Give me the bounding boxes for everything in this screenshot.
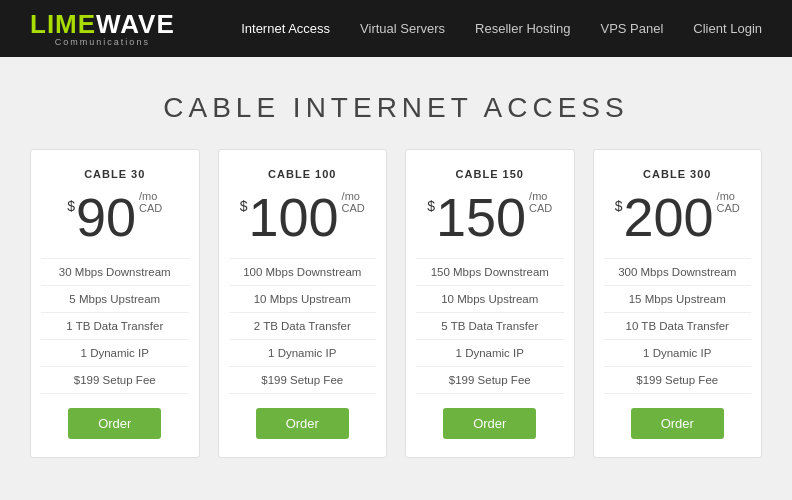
- feature-4-1: 15 Mbps Upstream: [604, 286, 752, 313]
- price-mo-2: /mo: [342, 190, 365, 202]
- feature-3-3: 1 Dynamic IP: [416, 340, 564, 367]
- feature-2-3: 1 Dynamic IP: [229, 340, 377, 367]
- price-cad-4: CAD: [717, 202, 740, 214]
- feature-4-4: $199 Setup Fee: [604, 367, 752, 394]
- features-4: 300 Mbps Downstream 15 Mbps Upstream 10 …: [604, 258, 752, 394]
- logo-wave: WAVE: [96, 9, 175, 39]
- price-mo-3: /mo: [529, 190, 552, 202]
- plan-card-4: CABLE 300 $ 200 /mo CAD 300 Mbps Downstr…: [593, 149, 763, 458]
- price-cad-3: CAD: [529, 202, 552, 214]
- plans-grid: CABLE 30 $ 90 /mo CAD 30 Mbps Downstream…: [0, 149, 792, 498]
- feature-4-2: 10 TB Data Transfer: [604, 313, 752, 340]
- logo: LIMEWAVE Communications: [30, 11, 175, 47]
- feature-2-2: 2 TB Data Transfer: [229, 313, 377, 340]
- nav-client-login[interactable]: Client Login: [693, 21, 762, 36]
- order-button-4[interactable]: Order: [631, 408, 724, 439]
- price-dollar-1: $: [67, 198, 75, 214]
- main-nav: Internet Access Virtual Servers Reseller…: [241, 21, 762, 36]
- feature-1-3: 1 Dynamic IP: [41, 340, 189, 367]
- price-amount-2: 100: [248, 190, 338, 244]
- price-dollar-2: $: [240, 198, 248, 214]
- price-dollar-4: $: [615, 198, 623, 214]
- price-row-4: $ 200 /mo CAD: [615, 190, 740, 244]
- price-row-2: $ 100 /mo CAD: [240, 190, 365, 244]
- price-suffix-4: /mo CAD: [717, 190, 740, 220]
- logo-lime: LIME: [30, 9, 96, 39]
- price-row-3: $ 150 /mo CAD: [427, 190, 552, 244]
- price-amount-3: 150: [436, 190, 526, 244]
- feature-1-1: 5 Mbps Upstream: [41, 286, 189, 313]
- page-title-wrap: CABLE INTERNET ACCESS: [0, 57, 792, 149]
- header: LIMEWAVE Communications Internet Access …: [0, 0, 792, 57]
- price-cad-1: CAD: [139, 202, 162, 214]
- feature-2-4: $199 Setup Fee: [229, 367, 377, 394]
- features-3: 150 Mbps Downstream 10 Mbps Upstream 5 T…: [416, 258, 564, 394]
- feature-1-2: 1 TB Data Transfer: [41, 313, 189, 340]
- feature-2-0: 100 Mbps Downstream: [229, 259, 377, 286]
- feature-2-1: 10 Mbps Upstream: [229, 286, 377, 313]
- feature-1-0: 30 Mbps Downstream: [41, 259, 189, 286]
- order-button-1[interactable]: Order: [68, 408, 161, 439]
- feature-1-4: $199 Setup Fee: [41, 367, 189, 394]
- feature-4-0: 300 Mbps Downstream: [604, 259, 752, 286]
- price-mo-4: /mo: [717, 190, 740, 202]
- plan-name-1: CABLE 30: [84, 168, 145, 180]
- plan-name-3: CABLE 150: [456, 168, 524, 180]
- price-mo-1: /mo: [139, 190, 162, 202]
- price-dollar-3: $: [427, 198, 435, 214]
- order-button-2[interactable]: Order: [256, 408, 349, 439]
- nav-virtual-servers[interactable]: Virtual Servers: [360, 21, 445, 36]
- plan-name-4: CABLE 300: [643, 168, 711, 180]
- plan-card-3: CABLE 150 $ 150 /mo CAD 150 Mbps Downstr…: [405, 149, 575, 458]
- price-suffix-3: /mo CAD: [529, 190, 552, 220]
- features-1: 30 Mbps Downstream 5 Mbps Upstream 1 TB …: [41, 258, 189, 394]
- feature-3-4: $199 Setup Fee: [416, 367, 564, 394]
- price-suffix-2: /mo CAD: [342, 190, 365, 220]
- feature-3-1: 10 Mbps Upstream: [416, 286, 564, 313]
- price-amount-4: 200: [623, 190, 713, 244]
- plan-card-2: CABLE 100 $ 100 /mo CAD 100 Mbps Downstr…: [218, 149, 388, 458]
- plan-name-2: CABLE 100: [268, 168, 336, 180]
- logo-text: LIMEWAVE: [30, 11, 175, 37]
- price-suffix-1: /mo CAD: [139, 190, 162, 220]
- logo-sub: Communications: [30, 38, 175, 47]
- price-cad-2: CAD: [342, 202, 365, 214]
- feature-3-0: 150 Mbps Downstream: [416, 259, 564, 286]
- nav-reseller-hosting[interactable]: Reseller Hosting: [475, 21, 570, 36]
- plan-card-1: CABLE 30 $ 90 /mo CAD 30 Mbps Downstream…: [30, 149, 200, 458]
- nav-vps-panel[interactable]: VPS Panel: [600, 21, 663, 36]
- order-button-3[interactable]: Order: [443, 408, 536, 439]
- price-row-1: $ 90 /mo CAD: [67, 190, 162, 244]
- feature-3-2: 5 TB Data Transfer: [416, 313, 564, 340]
- nav-internet-access[interactable]: Internet Access: [241, 21, 330, 36]
- page-title: CABLE INTERNET ACCESS: [20, 92, 772, 124]
- price-amount-1: 90: [76, 190, 136, 244]
- feature-4-3: 1 Dynamic IP: [604, 340, 752, 367]
- features-2: 100 Mbps Downstream 10 Mbps Upstream 2 T…: [229, 258, 377, 394]
